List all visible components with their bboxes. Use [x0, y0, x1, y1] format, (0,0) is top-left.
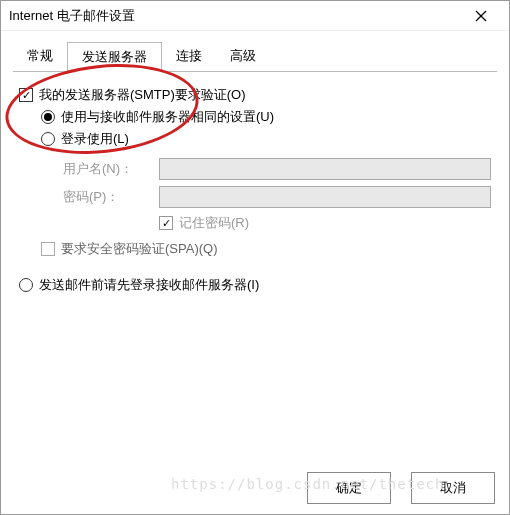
remember-password-row[interactable]: 记住密码(R): [159, 214, 491, 232]
window-title: Internet 电子邮件设置: [9, 7, 461, 25]
login-first-row[interactable]: 发送邮件前请先登录接收邮件服务器(I): [19, 276, 491, 294]
same-settings-radio[interactable]: [41, 110, 55, 124]
require-auth-checkbox[interactable]: [19, 88, 33, 102]
remember-password-label: 记住密码(R): [179, 214, 249, 232]
require-spa-label: 要求安全密码验证(SPA)(Q): [61, 240, 217, 258]
username-label: 用户名(N)：: [63, 160, 159, 178]
require-spa-checkbox[interactable]: [41, 242, 55, 256]
tab-advanced[interactable]: 高级: [216, 42, 270, 72]
close-button[interactable]: [461, 2, 501, 30]
password-input[interactable]: [159, 186, 491, 208]
password-label: 密码(P)：: [63, 188, 159, 206]
cancel-button[interactable]: 取消: [411, 472, 495, 504]
close-icon: [475, 10, 487, 22]
titlebar: Internet 电子邮件设置: [1, 1, 509, 31]
tab-bar: 常规 发送服务器 连接 高级: [13, 41, 497, 72]
dialog-window: Internet 电子邮件设置 常规 发送服务器 连接 高级 我的发送服务器(S…: [0, 0, 510, 515]
login-using-label: 登录使用(L): [61, 130, 129, 148]
tab-general[interactable]: 常规: [13, 42, 67, 72]
require-auth-label: 我的发送服务器(SMTP)要求验证(O): [39, 86, 246, 104]
require-auth-row[interactable]: 我的发送服务器(SMTP)要求验证(O): [19, 86, 491, 104]
same-settings-row[interactable]: 使用与接收邮件服务器相同的设置(U): [41, 108, 491, 126]
username-row: 用户名(N)：: [63, 158, 491, 180]
tab-outgoing-server[interactable]: 发送服务器: [67, 42, 162, 72]
password-row: 密码(P)：: [63, 186, 491, 208]
options-area: 我的发送服务器(SMTP)要求验证(O) 使用与接收邮件服务器相同的设置(U) …: [13, 86, 497, 294]
require-spa-row[interactable]: 要求安全密码验证(SPA)(Q): [41, 240, 491, 258]
same-settings-label: 使用与接收邮件服务器相同的设置(U): [61, 108, 274, 126]
content-area: 常规 发送服务器 连接 高级 我的发送服务器(SMTP)要求验证(O) 使用与接…: [1, 31, 509, 358]
login-first-label: 发送邮件前请先登录接收邮件服务器(I): [39, 276, 259, 294]
username-input[interactable]: [159, 158, 491, 180]
login-using-radio[interactable]: [41, 132, 55, 146]
login-using-row[interactable]: 登录使用(L): [41, 130, 491, 148]
login-first-radio[interactable]: [19, 278, 33, 292]
remember-password-checkbox[interactable]: [159, 216, 173, 230]
login-fields: 用户名(N)： 密码(P)： 记住密码(R): [63, 158, 491, 232]
tab-connection[interactable]: 连接: [162, 42, 216, 72]
button-bar: 确定 取消: [307, 472, 495, 504]
ok-button[interactable]: 确定: [307, 472, 391, 504]
